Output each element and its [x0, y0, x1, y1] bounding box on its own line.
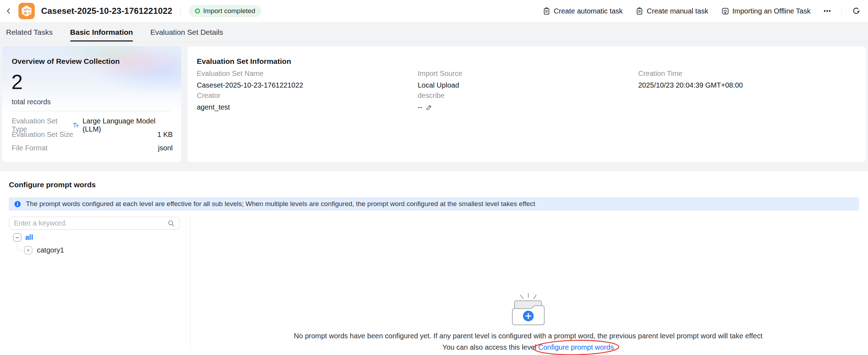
row-label: Evaluation Set Size [12, 131, 73, 139]
edit-describe-button[interactable] [426, 104, 433, 111]
expand-icon[interactable]: + [24, 246, 32, 254]
clipboard-icon [542, 7, 551, 15]
empty-state-message: No prompt words have been configured yet… [190, 332, 866, 340]
tree-node-all-label[interactable]: all [25, 233, 33, 242]
pencil-icon [426, 104, 433, 111]
tree-node-catgory1-label[interactable]: catgory1 [37, 246, 64, 254]
create-automatic-task-button[interactable]: Create automatic task [542, 7, 623, 15]
keyword-search-box [9, 217, 180, 230]
info-banner: The prompt words configured at each leve… [9, 197, 859, 211]
create-manual-task-button[interactable]: Create manual task [635, 7, 708, 15]
status-badge: Import completed [189, 5, 261, 17]
chevron-left-icon [5, 7, 13, 15]
search-input[interactable] [9, 219, 167, 227]
field-describe: describe -- [418, 91, 445, 111]
prompt-words-empty-state: No prompt words have been configured yet… [190, 292, 866, 351]
overview-row-format: File Format jsonl [12, 144, 173, 152]
total-records-count: 2 [11, 72, 23, 92]
search-icon[interactable] [167, 220, 175, 227]
refresh-icon [851, 6, 861, 16]
tree-node-catgory1[interactable]: + catgory1 [24, 246, 64, 254]
ellipsis-icon [823, 6, 832, 16]
configure-prompt-words-link-wrap: Configure prompt words [538, 343, 614, 351]
tree-node-all[interactable]: − all [13, 233, 33, 242]
configure-prompt-words-section: Configure prompt words The prompt words … [0, 171, 868, 355]
tab-evaluation-set-details[interactable]: Evaluation Set Details [150, 22, 223, 42]
info-icon [14, 200, 21, 208]
field-value: Caseset-2025-10-23-1761221022 [197, 81, 303, 89]
total-records-caption: total records [12, 98, 51, 106]
status-badge-label: Import completed [203, 7, 255, 15]
field-creation-time: Creation Time 2025/10/23 20:04:39 GMT+08… [638, 70, 743, 89]
field-value: Local Upload [418, 81, 462, 89]
describe-value: -- [418, 103, 422, 111]
import-offline-task-button[interactable]: Importing an Offline Task [721, 7, 811, 15]
offline-import-icon [721, 7, 729, 15]
top-bar-left: Caseset-2025-10-23-1761221022 Import com… [4, 3, 261, 19]
overview-row-size: Evaluation Set Size 1 KB [12, 131, 173, 139]
refresh-button[interactable] [851, 6, 861, 16]
status-dot-icon [195, 9, 200, 13]
overview-divider [12, 111, 172, 111]
tab-related-tasks[interactable]: Related Tasks [6, 22, 53, 42]
top-bar: Caseset-2025-10-23-1761221022 Import com… [0, 0, 868, 22]
caseset-detail-page: Caseset-2025-10-23-1761221022 Import com… [0, 0, 868, 355]
row-value: jsonl [158, 144, 173, 152]
section-title: Configure prompt words [9, 181, 96, 189]
field-label: Evaluation Set Name [197, 70, 303, 78]
field-label: Creation Time [638, 70, 743, 78]
summary-area: Overview of Review Collection 2 total re… [0, 43, 868, 171]
field-value: agent_test [197, 103, 230, 111]
overview-card-title: Overview of Review Collection [12, 57, 120, 66]
tab-basic-information[interactable]: Basic Information [70, 22, 133, 42]
configure-prompt-words-link[interactable]: Configure prompt words [538, 343, 614, 351]
tab-evaluation-set-details-label: Evaluation Set Details [150, 28, 223, 37]
collapse-icon[interactable]: − [13, 233, 21, 242]
overview-card: Overview of Review Collection 2 total re… [2, 46, 181, 162]
import-offline-task-label: Importing an Offline Task [733, 7, 811, 15]
field-label: Creator [197, 91, 230, 100]
tree-connector-line [17, 242, 22, 250]
caseset-logo-icon [18, 3, 35, 19]
empty-folder-add-icon [502, 292, 555, 327]
field-evaluation-set-name: Evaluation Set Name Caseset-2025-10-23-1… [197, 70, 303, 89]
field-label: Import Source [418, 70, 462, 78]
tab-bar: Related Tasks Basic Information Evaluati… [0, 22, 868, 43]
empty-state-hint: You can also access this levelConfigure … [190, 343, 866, 351]
more-actions-button[interactable] [823, 6, 832, 16]
text-type-icon [72, 122, 79, 129]
field-import-source: Import Source Local Upload [418, 70, 462, 89]
field-creator: Creator agent_test [197, 91, 230, 111]
row-label: File Format [12, 144, 48, 152]
create-manual-task-label: Create manual task [647, 7, 708, 15]
info-banner-text: The prompt words configured at each leve… [26, 200, 535, 208]
back-button[interactable] [4, 6, 14, 16]
info-card-title: Evaluation Set Information [197, 57, 291, 66]
evaluation-set-information-card: Evaluation Set Information Evaluation Se… [188, 46, 866, 162]
tab-basic-information-label: Basic Information [70, 28, 133, 37]
top-bar-actions: Create automatic task Create manual task… [530, 6, 861, 16]
tab-related-tasks-label: Related Tasks [6, 28, 53, 37]
field-label: describe [418, 91, 445, 100]
row-value: 1 KB [157, 131, 173, 139]
empty-state-hint-prefix: You can also access this level [443, 343, 536, 351]
title-divider [180, 6, 181, 16]
field-value: 2025/10/23 20:04:39 GMT+08:00 [638, 81, 743, 89]
actions-divider [841, 7, 842, 15]
clipboard-icon [635, 7, 644, 15]
field-value: -- [418, 103, 445, 111]
page-title: Caseset-2025-10-23-1761221022 [41, 6, 172, 16]
create-automatic-task-label: Create automatic task [554, 7, 623, 15]
